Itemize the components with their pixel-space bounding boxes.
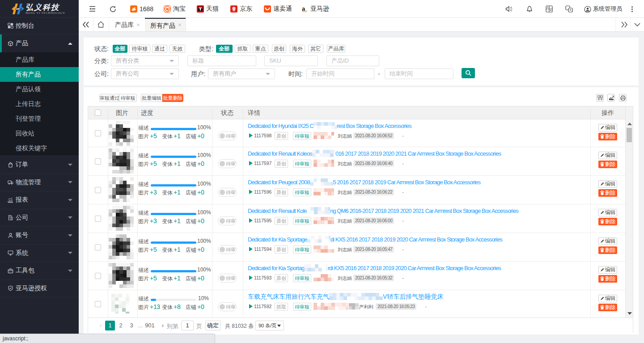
- svg-text:淘: 淘: [165, 8, 169, 11]
